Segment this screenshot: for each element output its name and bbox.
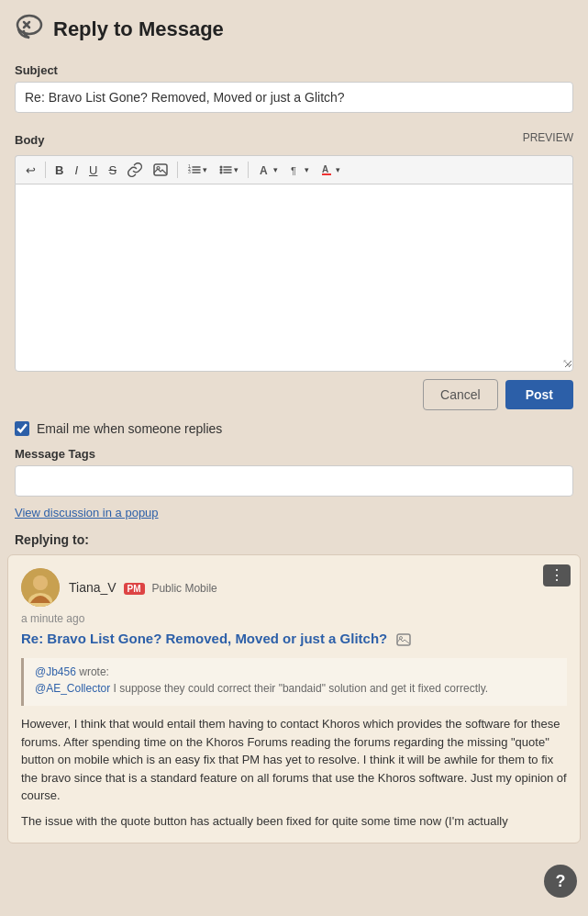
post-body-text-2: The issue with the quote button has actu… [21, 812, 567, 831]
svg-text:A: A [322, 164, 328, 174]
message-tags-input[interactable] [15, 465, 573, 497]
post-title: Re: Bravo List Gone? Removed, Moved or j… [21, 631, 567, 647]
unordered-list-button[interactable]: ▾ [214, 160, 243, 180]
svg-point-0 [17, 16, 41, 34]
toolbar-sep-3 [248, 162, 249, 178]
svg-rect-20 [322, 173, 331, 175]
body-header: Body PREVIEW [15, 124, 573, 151]
image-attachment-icon [396, 631, 411, 647]
quote-block: @Jb456 wrote: @AE_Collector I suppose th… [21, 658, 567, 706]
replying-to-label: Replying to: [15, 532, 573, 547]
preview-link[interactable]: PREVIEW [523, 131, 573, 144]
text-color-button[interactable]: A ▾ [316, 160, 345, 180]
quote-wrote-label: wrote: [79, 665, 109, 678]
resize-handle: ⤡ [562, 357, 571, 369]
strikethrough-button[interactable]: S [104, 161, 121, 180]
quote-user1-link[interactable]: @Jb456 [35, 665, 76, 678]
email-checkbox-label: Email me when someone replies [37, 421, 222, 436]
text-format-button[interactable]: A ▾ [253, 160, 283, 180]
post-body-text: However, I think that would entail them … [21, 715, 567, 805]
form-section: Subject Body PREVIEW ↩ B I U S 123 ▾ ▾ A [0, 63, 588, 519]
card-menu-button[interactable]: ⋮ [543, 564, 571, 586]
reply-icon [15, 13, 44, 45]
body-label: Body [15, 133, 45, 147]
timestamp: a minute ago [21, 612, 567, 625]
image-button[interactable] [149, 160, 172, 180]
quote-user2-link[interactable]: @AE_Collector [35, 682, 110, 695]
action-buttons: Cancel Post [15, 372, 573, 416]
author-info: Tiana_V PM Public Mobile [69, 580, 217, 595]
body-editor-wrapper: ⤡ [15, 184, 573, 372]
paragraph-button[interactable]: ¶ ▾ [284, 160, 314, 180]
editor-toolbar: ↩ B I U S 123 ▾ ▾ A ▾ ¶ ▾ A ▾ [15, 155, 573, 184]
svg-text:3: 3 [188, 169, 191, 174]
reply-card: ⋮ Tiana_V PM Public Mobile a minute ago … [7, 554, 581, 843]
message-tags-label: Message Tags [15, 447, 573, 461]
link-button[interactable] [123, 160, 147, 180]
help-button[interactable]: ? [544, 865, 577, 898]
post-button[interactable]: Post [505, 380, 573, 409]
svg-point-12 [220, 169, 223, 172]
svg-point-24 [33, 575, 48, 590]
quote-user2-label: @AE_Collector I suppose they could corre… [35, 682, 556, 695]
ordered-list-button[interactable]: 123 ▾ [183, 160, 212, 180]
svg-text:A: A [260, 164, 268, 177]
svg-rect-3 [154, 164, 167, 175]
toolbar-sep-1 [45, 162, 46, 178]
author-name: Tiana_V [69, 580, 116, 595]
page-title: Reply to Message [53, 17, 224, 41]
subject-input[interactable] [15, 82, 573, 113]
subject-label: Subject [15, 63, 573, 77]
svg-point-11 [220, 166, 223, 169]
underline-button[interactable]: U [84, 161, 102, 180]
org-name: Public Mobile [151, 582, 216, 595]
undo-button[interactable]: ↩ [21, 161, 40, 180]
cancel-button[interactable]: Cancel [423, 379, 498, 410]
page-header: Reply to Message [0, 0, 588, 54]
bold-button[interactable]: B [50, 161, 68, 180]
toolbar-sep-2 [177, 162, 178, 178]
svg-text:¶: ¶ [291, 165, 296, 176]
pm-badge: PM [124, 583, 145, 595]
quote-text: I suppose they could correct their "band… [114, 682, 489, 695]
email-checkbox-row: Email me when someone replies [15, 421, 573, 436]
author-name-row: Tiana_V PM Public Mobile [69, 580, 217, 595]
quote-wrote: @Jb456 wrote: [35, 665, 556, 678]
svg-point-13 [220, 172, 223, 174]
author-row: Tiana_V PM Public Mobile [21, 568, 567, 607]
view-popup-link[interactable]: View discussion in a popup [15, 506, 159, 519]
italic-button[interactable]: I [70, 161, 83, 180]
body-textarea[interactable] [16, 184, 572, 368]
avatar [21, 568, 60, 607]
email-checkbox[interactable] [15, 421, 29, 436]
